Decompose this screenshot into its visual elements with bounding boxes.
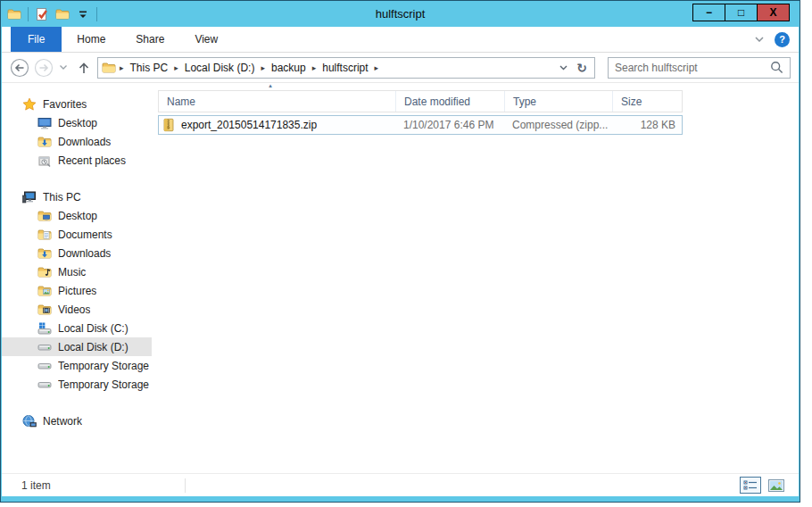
- breadcrumb-arrow-icon[interactable]: [172, 63, 180, 72]
- sidebar-item-temporary-storage-1[interactable]: Temporary Storage: [2, 356, 152, 375]
- sort-ascending-icon: [260, 82, 281, 89]
- documents-icon: [37, 228, 52, 242]
- file-date-modified: 1/10/2017 6:46 PM: [395, 116, 504, 134]
- breadcrumb-arrow-icon[interactable]: [259, 63, 267, 72]
- status-bar: 1 item: [2, 473, 799, 496]
- drive-icon: [37, 340, 52, 354]
- recent-places-icon: [37, 154, 52, 168]
- explorer-window: hulftscript − □ X File Home Share View ?: [0, 0, 800, 503]
- breadcrumb-hulftscript[interactable]: hulftscript: [318, 62, 372, 74]
- thumbnails-view-icon[interactable]: [766, 477, 787, 494]
- sidebar-item-videos[interactable]: Videos: [2, 300, 152, 319]
- sidebar-item-temporary-storage-2[interactable]: Temporary Storage: [2, 375, 152, 394]
- sidebar-item-label: This PC: [43, 191, 81, 204]
- help-icon[interactable]: ?: [775, 32, 790, 47]
- sidebar-item-label: Music: [58, 266, 86, 278]
- sidebar-item-label: Temporary Storage: [58, 360, 149, 372]
- drive-icon: [37, 378, 52, 392]
- breadcrumb-arrow-icon[interactable]: [118, 63, 126, 72]
- downloads-icon: [37, 246, 52, 261]
- tab-file[interactable]: File: [11, 27, 62, 52]
- quick-access-toolbar: [7, 7, 97, 21]
- toolbar-separator: [96, 7, 97, 21]
- address-dropdown-chevron-icon[interactable]: [559, 65, 568, 71]
- sidebar-item-label: Downloads: [58, 136, 111, 148]
- forward-icon[interactable]: [34, 58, 54, 78]
- sidebar-item-label: Temporary Storage: [58, 378, 149, 391]
- file-name: export_20150514171835.zip: [181, 119, 317, 131]
- sidebar-item-pictures[interactable]: Pictures: [2, 281, 152, 300]
- sidebar-item-pc-desktop[interactable]: Desktop: [2, 206, 152, 225]
- sidebar-item-label: Favorites: [43, 98, 87, 111]
- status-separator: [185, 478, 186, 493]
- sidebar-item-label: Videos: [58, 303, 90, 316]
- details-view-icon[interactable]: [740, 477, 761, 494]
- column-headers: Name Date modified Type Size: [158, 90, 683, 112]
- column-header-type[interactable]: Type: [504, 91, 612, 112]
- drive-windows-icon: [37, 321, 52, 336]
- sidebar-item-pc-downloads[interactable]: Downloads: [2, 244, 152, 262]
- address-folder-icon: [102, 61, 116, 75]
- breadcrumb-local-disk-d[interactable]: Local Disk (D:): [180, 62, 260, 74]
- navigation-pane: Favorites Desktop Downloads Recent place…: [2, 83, 152, 473]
- close-button[interactable]: X: [757, 4, 790, 21]
- window-controls: − □ X: [693, 4, 790, 21]
- search-input[interactable]: [615, 62, 770, 74]
- sidebar-item-downloads[interactable]: Downloads: [2, 132, 152, 151]
- up-icon[interactable]: [77, 61, 91, 75]
- expand-ribbon-chevron-icon[interactable]: [755, 37, 764, 42]
- column-header-name[interactable]: Name: [159, 91, 395, 112]
- minimize-button[interactable]: −: [692, 4, 725, 21]
- sidebar-item-label: Recent places: [58, 154, 126, 167]
- properties-icon[interactable]: [35, 7, 49, 21]
- sidebar-item-label: Desktop: [58, 210, 97, 222]
- sidebar-section-this-pc[interactable]: This PC: [2, 187, 152, 206]
- desktop-folder-icon: [37, 209, 52, 223]
- sidebar-item-recent-places[interactable]: Recent places: [2, 151, 152, 170]
- search-icon[interactable]: [770, 61, 783, 74]
- breadcrumb-arrow-icon[interactable]: [311, 63, 319, 72]
- sidebar-item-label: Pictures: [58, 285, 96, 297]
- zip-file-icon: [162, 118, 176, 132]
- sidebar-section-network[interactable]: Network: [2, 411, 152, 430]
- tab-share[interactable]: Share: [120, 27, 179, 52]
- window-title: hulftscript: [2, 7, 799, 21]
- sidebar-item-label: Network: [43, 415, 82, 428]
- file-row[interactable]: export_20150514171835.zip 1/10/2017 6:46…: [158, 115, 683, 135]
- sidebar-item-label: Local Disk (D:): [58, 341, 128, 353]
- star-icon: [22, 97, 37, 112]
- sidebar-item-local-disk-c[interactable]: Local Disk (C:): [2, 319, 152, 337]
- sidebar-item-documents[interactable]: Documents: [2, 225, 152, 244]
- network-icon: [22, 414, 37, 428]
- drive-icon: [37, 359, 52, 373]
- breadcrumb-arrow-icon[interactable]: [373, 63, 381, 72]
- tab-view[interactable]: View: [179, 27, 233, 52]
- new-folder-icon[interactable]: [55, 7, 70, 21]
- breadcrumb-backup[interactable]: backup: [267, 62, 311, 74]
- customize-qat-icon[interactable]: [76, 7, 90, 21]
- desktop-icon: [37, 116, 52, 130]
- address-bar[interactable]: This PC Local Disk (D:) backup hulftscri…: [97, 57, 595, 79]
- maximize-button[interactable]: □: [725, 4, 758, 21]
- pictures-icon: [37, 284, 52, 298]
- music-icon: [37, 265, 52, 279]
- sidebar-item-local-disk-d[interactable]: Local Disk (D:): [2, 337, 152, 356]
- back-icon[interactable]: [10, 58, 29, 78]
- folder-window-icon: [7, 7, 21, 21]
- tab-home[interactable]: Home: [62, 27, 120, 52]
- refresh-icon[interactable]: ↻: [576, 61, 587, 75]
- file-list-pane: Name Date modified Type Size export_2015…: [152, 83, 799, 473]
- column-header-date-modified[interactable]: Date modified: [395, 91, 504, 112]
- sidebar-item-music[interactable]: Music: [2, 262, 152, 281]
- breadcrumb-this-pc[interactable]: This PC: [126, 62, 173, 74]
- file-type: Compressed (zipp...: [504, 116, 612, 134]
- sidebar-item-label: Local Disk (C:): [58, 322, 128, 335]
- this-pc-icon: [22, 190, 37, 204]
- sidebar-item-label: Documents: [58, 229, 112, 241]
- item-count: 1 item: [2, 479, 51, 492]
- column-header-size[interactable]: Size: [612, 91, 684, 112]
- sidebar-section-favorites[interactable]: Favorites: [2, 95, 152, 113]
- sidebar-item-desktop[interactable]: Desktop: [2, 113, 152, 132]
- history-chevron-icon[interactable]: [60, 65, 67, 70]
- sidebar-gap: [2, 394, 152, 411]
